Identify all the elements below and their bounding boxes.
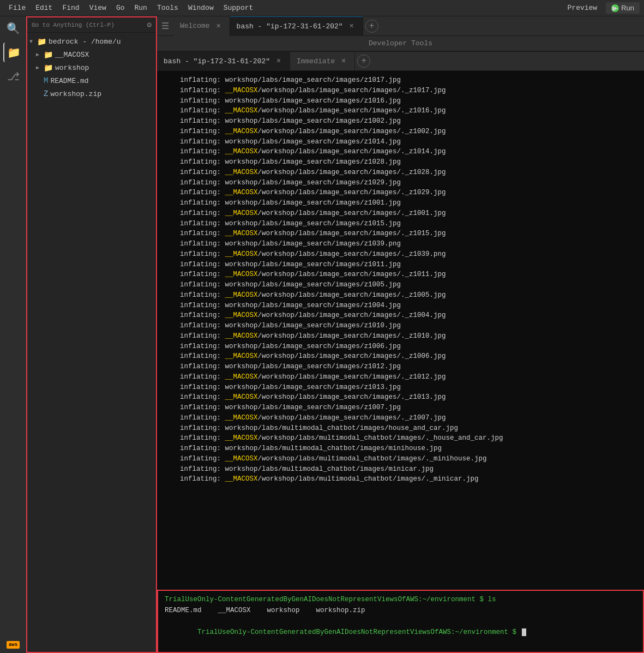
tab-bash-label: bash - "ip-172-31-61-202" <box>237 22 343 31</box>
tab-add-button[interactable]: + <box>365 20 378 33</box>
tree-root-bedrock[interactable]: ▼ 📁 bedrock - /home/u <box>27 35 156 48</box>
terminal-prompt2: TrialUseOnly-ContentGeneratedByGenAIDoes… <box>165 616 636 649</box>
menu-view[interactable]: View <box>85 2 111 14</box>
terminal-line: inflating: __MACOSX/workshop/labs/image_… <box>164 188 637 198</box>
folder-icon: 📁 <box>44 63 53 73</box>
terminal-line: inflating: workshop/labs/image_search/im… <box>164 362 637 372</box>
terminal-line: inflating: workshop/labs/image_search/im… <box>164 75 637 86</box>
terminal-tab-bash[interactable]: bash - "ip-172-31-61-202" × <box>157 51 290 71</box>
menu-tools[interactable]: Tools <box>153 2 183 14</box>
menu-preview[interactable]: Preview <box>563 2 602 14</box>
terminal-line: inflating: workshop/labs/image_search/im… <box>164 157 637 167</box>
run-button[interactable]: ▶ Run <box>606 2 640 14</box>
terminal-ls-output: README.md __MACOSX workshop workshop.zip <box>165 605 636 616</box>
markdown-file-icon: M <box>44 76 48 85</box>
tree-workshop[interactable]: ▶ 📁 workshop <box>27 61 156 74</box>
menu-run[interactable]: Run <box>130 2 151 14</box>
terminal-line: inflating: __MACOSX/workshop/labs/image_… <box>164 229 637 239</box>
terminal-prompt1: TrialUseOnly-ContentGeneratedByGenAIDoes… <box>165 594 636 605</box>
activity-bar: 🔍 📁 ⎇ aws <box>0 16 26 653</box>
editor-area: ☰ Welcome × bash - "ip-172-31-61-202" × … <box>157 16 644 653</box>
tab-welcome-label: Welcome <box>180 22 210 30</box>
terminal-line: inflating: workshop/labs/image_search/im… <box>164 280 637 290</box>
menu-go[interactable]: Go <box>112 2 129 14</box>
terminal-line: inflating: __MACOSX/workshop/labs/image_… <box>164 310 637 321</box>
terminal-line: inflating: __MACOSX/workshop/labs/image_… <box>164 269 637 280</box>
folder-icon: 📁 <box>37 37 46 46</box>
explorer-panel: Go to Anything (Ctrl-P) ⚙ ▼ 📁 bedrock - … <box>26 16 157 653</box>
terminal-line: inflating: workshop/labs/image_search/im… <box>164 219 637 229</box>
explorer-header: Go to Anything (Ctrl-P) ⚙ <box>27 17 156 33</box>
terminal-line: inflating: workshop/labs/multimodal_chat… <box>164 464 637 475</box>
tree-macosx-label: __MACOSX <box>55 51 89 59</box>
tree-workshop-zip[interactable]: ▶ Z workshop.zip <box>27 87 156 100</box>
terminal-line: inflating: workshop/labs/image_search/im… <box>164 239 637 249</box>
gear-icon[interactable]: ⚙ <box>147 20 152 29</box>
play-icon: ▶ <box>611 4 619 12</box>
tab-bash-close[interactable]: × <box>347 22 356 31</box>
tab-bar: ☰ Welcome × bash - "ip-172-31-61-202" × … <box>157 16 644 36</box>
terminal-line: inflating: __MACOSX/workshop/labs/multim… <box>164 454 637 464</box>
terminal-line: inflating: workshop/labs/image_search/im… <box>164 321 637 331</box>
terminal-line: inflating: __MACOSX/workshop/labs/image_… <box>164 351 637 362</box>
terminal-line: inflating: workshop/labs/image_search/im… <box>164 137 637 147</box>
menu-file[interactable]: File <box>4 2 30 14</box>
terminal-line: inflating: __MACOSX/workshop/labs/multim… <box>164 433 637 444</box>
terminal-line: inflating: workshop/labs/image_search/im… <box>164 198 637 208</box>
terminal-line: inflating: __MACOSX/workshop/labs/image_… <box>164 392 637 403</box>
tab-bash[interactable]: bash - "ip-172-31-61-202" × <box>230 16 363 36</box>
terminal-tab-bash-label: bash - "ip-172-31-61-202" <box>164 57 270 65</box>
terminal-tab-add-button[interactable]: + <box>357 55 370 68</box>
tab-bar-menu[interactable]: ☰ <box>157 21 173 32</box>
chevron-down-icon: ▼ <box>29 39 35 45</box>
menu-support[interactable]: Support <box>219 2 258 14</box>
chevron-right-icon: ▶ <box>36 51 41 58</box>
terminal-line: inflating: workshop/labs/image_search/im… <box>164 403 637 413</box>
menu-edit[interactable]: Edit <box>31 2 57 14</box>
dev-tools-bar: Developer Tools <box>157 36 644 51</box>
terminal-line: inflating: __MACOSX/workshop/labs/image_… <box>164 331 637 342</box>
terminal-line: inflating: workshop/labs/image_search/im… <box>164 260 637 270</box>
terminal-line: inflating: __MACOSX/workshop/labs/image_… <box>164 249 637 260</box>
terminal-line: inflating: __MACOSX/workshop/labs/image_… <box>164 147 637 157</box>
explorer-search-label[interactable]: Go to Anything (Ctrl-P) <box>32 22 147 28</box>
activity-git[interactable]: ⎇ <box>3 67 23 86</box>
file-tree: ▼ 📁 bedrock - /home/u ▶ 📁 __MACOSX ▶ 📁 w… <box>27 33 156 652</box>
tab-welcome[interactable]: Welcome × <box>173 16 230 36</box>
terminal-line: inflating: workshop/labs/image_search/im… <box>164 301 637 311</box>
activity-search[interactable]: 🔍 <box>3 19 23 38</box>
terminal-line: inflating: __MACOSX/workshop/labs/image_… <box>164 86 637 96</box>
terminal-line: inflating: __MACOSX/workshop/labs/image_… <box>164 372 637 382</box>
tree-macosx[interactable]: ▶ 📁 __MACOSX <box>27 48 156 61</box>
terminal-line: inflating: __MACOSX/workshop/labs/multim… <box>164 474 637 484</box>
cursor <box>522 628 526 636</box>
terminal-line: inflating: __MACOSX/workshop/labs/image_… <box>164 167 637 178</box>
terminal-line: inflating: workshop/labs/multimodal_chat… <box>164 444 637 454</box>
activity-files[interactable]: 📁 <box>3 43 23 62</box>
terminal-line: inflating: __MACOSX/workshop/labs/image_… <box>164 208 637 219</box>
zip-file-icon: Z <box>44 89 48 98</box>
terminal-output[interactable]: inflating: workshop/labs/image_search/im… <box>157 71 644 590</box>
terminal-line: inflating: workshop/labs/image_search/im… <box>164 96 637 106</box>
menu-find[interactable]: Find <box>58 2 83 14</box>
aws-badge[interactable]: aws <box>7 641 20 649</box>
terminal-immediate-close[interactable]: × <box>339 57 348 65</box>
terminal-tab-bar: bash - "ip-172-31-61-202" × Immediate × … <box>157 51 644 71</box>
terminal-line: inflating: __MACOSX/workshop/labs/image_… <box>164 127 637 137</box>
terminal-line: inflating: workshop/labs/image_search/im… <box>164 382 637 393</box>
terminal-bottom: TrialUseOnly-ContentGeneratedByGenAIDoes… <box>157 590 644 653</box>
menu-bar: File Edit Find View Go Run Tools Window … <box>0 0 644 16</box>
menu-window[interactable]: Window <box>184 2 218 14</box>
tab-welcome-close[interactable]: × <box>214 22 223 31</box>
tree-readme-label: README.md <box>50 77 88 85</box>
chevron-right-icon: ▶ <box>36 64 41 71</box>
terminal-line: inflating: __MACOSX/workshop/labs/image_… <box>164 413 637 423</box>
terminal-tab-immediate[interactable]: Immediate × <box>290 51 355 71</box>
terminal-bash-close[interactable]: × <box>274 57 283 65</box>
terminal-line: inflating: __MACOSX/workshop/labs/image_… <box>164 290 637 301</box>
tree-readme[interactable]: ▶ M README.md <box>27 74 156 87</box>
terminal-line: inflating: workshop/labs/image_search/im… <box>164 116 637 127</box>
terminal-line: inflating: workshop/labs/image_search/im… <box>164 178 637 188</box>
tree-root-label: bedrock - /home/u <box>49 38 121 46</box>
terminal-line: inflating: workshop/labs/multimodal_chat… <box>164 423 637 434</box>
